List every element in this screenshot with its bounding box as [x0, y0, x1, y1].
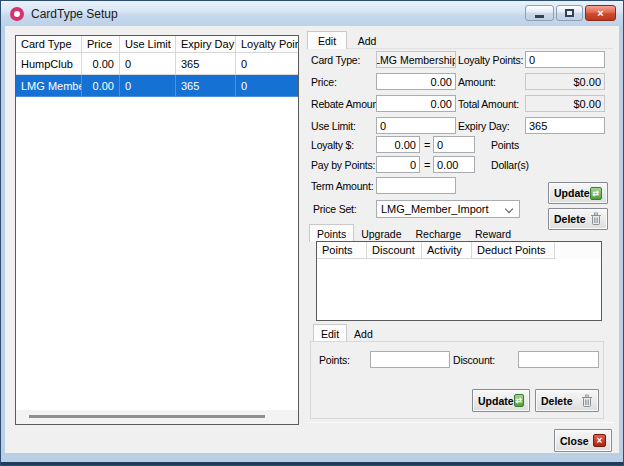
delete-points-button[interactable]: Delete — [535, 389, 599, 412]
tab-editor-add[interactable]: Add — [347, 325, 380, 342]
cell-expiry-day[interactable]: 365 — [176, 75, 236, 97]
update-label: Update — [478, 395, 514, 407]
points-tabstrip: Points Upgrade Recharge Reward — [309, 223, 518, 242]
delete-cardtype-button[interactable]: Delete — [548, 208, 608, 230]
points-editor-tabstrip: Edit Add — [313, 323, 380, 342]
cell-use-limit[interactable]: 0 — [120, 75, 176, 97]
rebate-amount-input[interactable] — [376, 95, 456, 112]
cardtype-setup-window: CardType Setup × Card Type Price Use Lim… — [0, 0, 624, 466]
table-row[interactable]: HumpClub 0.00 0 365 0 — [16, 53, 298, 75]
close-button[interactable]: Close — [554, 429, 612, 452]
equals-sign: = — [424, 159, 430, 171]
total-amount-display — [525, 95, 605, 112]
loyalty-dollar-input[interactable] — [376, 136, 420, 153]
trash-icon — [581, 394, 593, 408]
horizontal-scrollbar[interactable] — [16, 410, 298, 424]
window-controls: × — [525, 5, 616, 21]
price-input[interactable] — [376, 73, 456, 90]
cell-price[interactable]: 0.00 — [82, 75, 120, 97]
close-label: Close — [560, 435, 589, 447]
loyalty-dollar-label: Loyalty $: — [311, 139, 354, 151]
cell-card-type[interactable]: LMG Member... — [16, 75, 82, 97]
discount-label: Discount: — [453, 354, 495, 366]
tab-upgrade[interactable]: Upgrade — [354, 225, 408, 242]
maximize-button[interactable] — [556, 5, 583, 21]
cell-use-limit[interactable]: 0 — [120, 53, 176, 75]
col-card-type[interactable]: Card Type — [16, 36, 82, 53]
total-amount-label: Total Amount: — [458, 98, 519, 110]
table-header: Card Type Price Use Limit Expiry Day Loy… — [16, 36, 298, 53]
app-icon — [10, 7, 24, 21]
points-input[interactable] — [370, 351, 450, 368]
expiry-day-label: Expiry Day: — [458, 120, 509, 132]
close-red-icon — [593, 434, 606, 447]
col-expiry-day[interactable]: Expiry Day — [176, 36, 236, 53]
dollars-suffix-label: Dollar(s) — [491, 159, 529, 171]
use-limit-input[interactable] — [376, 117, 456, 134]
tab-recharge[interactable]: Recharge — [408, 225, 468, 242]
equals-sign: = — [424, 139, 430, 151]
col-points[interactable]: Points — [317, 242, 367, 259]
tab-points[interactable]: Points — [309, 224, 354, 242]
trash-icon — [590, 212, 602, 226]
amount-label: Amount: — [458, 76, 496, 88]
update-label: Update — [554, 187, 590, 199]
dialog-body: Card Type Price Use Limit Expiry Day Loy… — [5, 26, 619, 453]
window-bottom-border — [1, 462, 623, 465]
price-set-label: Price Set: — [313, 203, 357, 215]
rebate-amount-label: Rebate Amount: — [311, 98, 384, 110]
col-price[interactable]: Price — [82, 36, 120, 53]
tab-edit[interactable]: Edit — [307, 31, 347, 49]
scrollbar-thumb[interactable] — [29, 415, 265, 418]
col-discount[interactable]: Discount — [367, 242, 422, 259]
minimize-button[interactable] — [525, 5, 554, 21]
term-amount-input[interactable] — [376, 177, 456, 194]
footer-separator — [307, 422, 614, 423]
amount-display — [525, 73, 605, 90]
cardtype-table: Card Type Price Use Limit Expiry Day Loy… — [15, 35, 299, 425]
loyalty-points-label: Loyalty Points: — [458, 54, 523, 66]
tab-editor-edit[interactable]: Edit — [313, 324, 347, 342]
col-use-limit[interactable]: Use Limit — [120, 36, 176, 53]
titlebar[interactable]: CardType Setup × — [1, 1, 623, 26]
cell-expiry-day[interactable]: 365 — [176, 53, 236, 75]
col-deduct-points[interactable]: Deduct Points — [472, 242, 555, 259]
maximize-icon — [565, 9, 574, 17]
loyalty-points-input[interactable] — [525, 51, 605, 68]
cell-price[interactable]: 0.00 — [82, 53, 120, 75]
points-table-header: Points Discount Activity Deduct Points — [317, 242, 601, 259]
cell-card-type[interactable]: HumpClub — [16, 53, 82, 75]
pay-by-points-dollars-input[interactable] — [433, 156, 475, 173]
card-type-label: Card Type: — [311, 54, 360, 66]
table-row-selected[interactable]: LMG Member... 0.00 0 365 0 — [16, 75, 298, 97]
update-icon — [514, 394, 524, 407]
delete-label: Delete — [554, 213, 586, 225]
close-window-button[interactable]: × — [585, 5, 616, 21]
discount-input[interactable] — [518, 351, 599, 368]
pay-by-points-label: Pay by Points: — [311, 159, 375, 171]
update-icon — [590, 187, 602, 200]
close-icon: × — [597, 7, 603, 19]
cell-loyalty-points[interactable]: 0 — [236, 53, 298, 75]
update-cardtype-button[interactable]: Update — [548, 182, 608, 204]
cell-loyalty-points[interactable]: 0 — [236, 75, 298, 97]
col-loyalty-points[interactable]: Loyalty Points — [236, 36, 298, 53]
minimize-icon — [535, 15, 544, 18]
use-limit-label: Use Limit: — [311, 120, 356, 132]
card-type-display: LMG Membership — [376, 51, 456, 68]
expiry-day-input[interactable] — [525, 117, 605, 134]
update-points-button[interactable]: Update — [472, 389, 530, 412]
pay-by-points-input[interactable] — [376, 156, 420, 173]
points-table: Points Discount Activity Deduct Points — [316, 241, 602, 321]
chevron-down-icon — [505, 205, 513, 213]
term-amount-label: Term Amount: — [311, 180, 373, 192]
window-title: CardType Setup — [31, 7, 118, 21]
loyalty-dollar-points-input[interactable] — [433, 136, 475, 153]
points-suffix-label: Points — [491, 139, 519, 151]
tab-add[interactable]: Add — [349, 32, 385, 49]
delete-label: Delete — [541, 395, 573, 407]
tab-reward[interactable]: Reward — [468, 225, 518, 242]
col-filler — [555, 242, 601, 259]
col-activity[interactable]: Activity — [422, 242, 472, 259]
price-set-dropdown[interactable]: LMG_Member_Import — [376, 200, 520, 218]
